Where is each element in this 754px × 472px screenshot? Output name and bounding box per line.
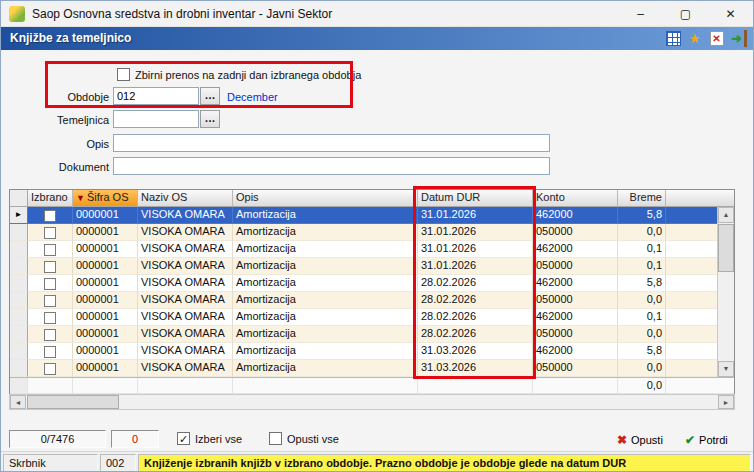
maximize-button[interactable]: ▢ [663,1,708,27]
opusti-x-icon: ✖ [617,433,627,447]
row-select-cell [28,207,73,224]
scroll-down-icon[interactable]: ▼ [718,361,734,377]
table-row[interactable]: 0000001 VISOKA OMARA Amortizacija 28.02.… [10,292,734,309]
column-header-filler [666,190,734,206]
scroll-right-icon[interactable]: ► [718,395,734,409]
zbirni-prenos-checkbox[interactable] [117,68,130,81]
row-checkbox[interactable] [44,295,56,307]
potrdi-check-icon: ✔ [685,433,695,447]
window-title: Saop Osnovna sredstva in drobni inventar… [32,1,332,27]
column-header-konto[interactable]: Konto [533,190,618,206]
column-header-marker [10,190,28,206]
cell-sifra-os: 0000001 [73,207,138,224]
cell-breme: 5,8 [618,275,666,292]
horizontal-scroll-thumb[interactable] [27,395,119,409]
row-checkbox[interactable] [44,312,56,324]
close-button[interactable]: ✕ [708,1,753,27]
cell-naziv-os: VISOKA OMARA [138,326,233,343]
obdobje-browse-button[interactable]: … [200,87,220,105]
row-checkbox[interactable] [44,227,56,239]
exit-icon[interactable]: ➜ [730,30,747,47]
opusti-vse-checkbox[interactable] [269,432,282,445]
table-row[interactable]: 0000001 VISOKA OMARA Amortizacija 31.01.… [10,224,734,241]
table-row[interactable]: ► 0000001 VISOKA OMARA Amortizacija 31.0… [10,207,734,224]
column-header-izbrano[interactable]: Izbrano [28,190,73,206]
row-marker-cell [10,241,28,258]
row-checkbox[interactable] [44,346,56,358]
cell-naziv-os: VISOKA OMARA [138,207,233,224]
cell-naziv-os: VISOKA OMARA [138,343,233,360]
row-checkbox[interactable] [44,244,56,256]
vertical-scroll-thumb[interactable] [718,224,734,272]
table-row[interactable]: 0000001 VISOKA OMARA Amortizacija 31.01.… [10,258,734,275]
izberi-vse-label: Izberi vse [195,433,242,445]
opusti-button[interactable]: ✖ Opusti [617,430,663,449]
potrdi-button[interactable]: ✔ Potrdi [685,430,728,449]
column-header-breme[interactable]: Breme [618,190,666,206]
row-select-cell [28,360,73,377]
cell-datum-dur: 28.02.2026 [418,326,533,343]
cell-breme: 0,1 [618,258,666,275]
grid-settings-icon[interactable] [666,31,681,46]
grid-header-row: Izbrano ▼Šifra OS Naziv OS Opis Datum DU… [10,190,734,207]
favorites-star-icon[interactable]: ★ [686,30,703,47]
table-row[interactable]: 0000001 VISOKA OMARA Amortizacija 31.03.… [10,360,734,377]
cell-konto: 462000 [533,343,618,360]
temeljnica-input[interactable] [113,110,199,128]
status-code: 002 [100,454,136,472]
cell-sifra-os: 0000001 [73,275,138,292]
cell-konto: 050000 [533,326,618,343]
status-bar: Skrbnik 002 Knjiženje izbranih knjižb v … [1,451,753,472]
status-user: Skrbnik [3,454,98,472]
cell-opis: Amortizacija [233,224,418,241]
row-checkbox[interactable] [44,329,56,341]
temeljnica-browse-button[interactable]: … [200,110,220,128]
scroll-left-icon[interactable]: ◄ [10,395,26,409]
table-row[interactable]: 0000001 VISOKA OMARA Amortizacija 31.01.… [10,241,734,258]
cell-konto: 462000 [533,309,618,326]
cell-opis: Amortizacija [233,309,418,326]
cell-sifra-os: 0000001 [73,343,138,360]
cell-datum-dur: 31.03.2026 [418,343,533,360]
dokument-input[interactable] [113,157,550,175]
close-document-icon[interactable]: ✕ [710,31,724,46]
cell-opis: Amortizacija [233,360,418,377]
minimize-button[interactable]: – [618,1,663,27]
dokument-label: Dokument [1,161,109,173]
cell-opis: Amortizacija [233,275,418,292]
horizontal-scrollbar[interactable]: ◄ ► [9,394,735,410]
vertical-scrollbar[interactable]: ▲ ▼ [717,207,734,377]
obdobje-input[interactable] [113,87,199,105]
cell-naziv-os: VISOKA OMARA [138,275,233,292]
row-checkbox[interactable] [44,278,56,290]
table-row[interactable]: 0000001 VISOKA OMARA Amortizacija 28.02.… [10,309,734,326]
opis-input[interactable] [113,134,550,152]
table-row[interactable]: 0000001 VISOKA OMARA Amortizacija 28.02.… [10,326,734,343]
row-marker-cell [10,275,28,292]
row-select-cell [28,343,73,360]
cell-breme: 0,0 [618,292,666,309]
table-row[interactable]: 0000001 VISOKA OMARA Amortizacija 28.02.… [10,275,734,292]
column-header-sifra-os[interactable]: ▼Šifra OS [73,190,138,206]
row-checkbox[interactable] [44,210,56,222]
scroll-up-icon[interactable]: ▲ [718,207,734,223]
column-header-opis[interactable]: Opis [233,190,418,206]
cell-breme: 5,8 [618,343,666,360]
cell-konto: 050000 [533,292,618,309]
obdobje-month-text: December [227,91,278,103]
cell-konto: 050000 [533,258,618,275]
cell-sifra-os: 0000001 [73,326,138,343]
column-header-datum-dur[interactable]: Datum DUR [418,190,533,206]
column-header-naziv-os[interactable]: Naziv OS [138,190,233,206]
row-checkbox[interactable] [44,261,56,273]
cell-sifra-os: 0000001 [73,292,138,309]
izberi-vse-checkbox[interactable]: ✓ [177,432,190,445]
table-row[interactable]: 0000001 VISOKA OMARA Amortizacija 31.03.… [10,343,734,360]
row-marker-cell [10,360,28,377]
row-checkbox[interactable] [44,363,56,375]
cell-opis: Amortizacija [233,241,418,258]
cell-sifra-os: 0000001 [73,224,138,241]
status-message: Knjiženje izbranih knjižb v izbrano obdo… [138,454,751,472]
bookings-grid: Izbrano ▼Šifra OS Naziv OS Opis Datum DU… [9,189,735,395]
cell-datum-dur: 31.01.2026 [418,241,533,258]
